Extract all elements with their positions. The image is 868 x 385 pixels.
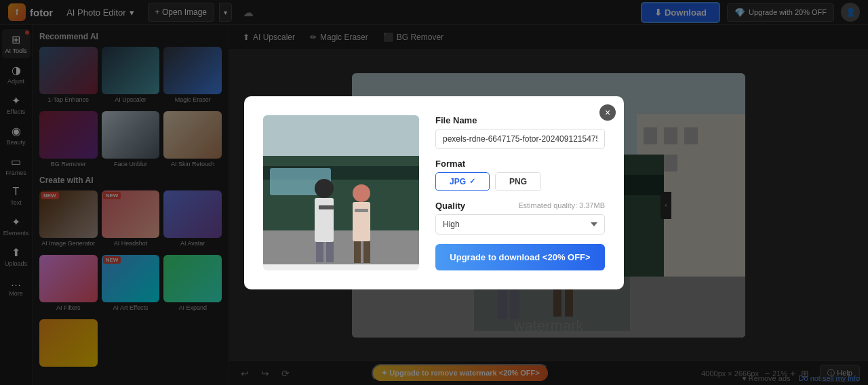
quality-group: Quality Estimated quality: 3.37MB High M… xyxy=(435,201,605,235)
estimated-quality-text: Estimated quality: 3.37MB xyxy=(518,201,605,209)
modal-close-button[interactable]: × xyxy=(599,104,616,121)
format-png-button[interactable]: PNG xyxy=(495,172,541,191)
format-label: Format xyxy=(435,159,605,169)
file-name-label: File Name xyxy=(435,115,605,125)
download-modal: × Fi xyxy=(244,96,624,289)
svg-point-33 xyxy=(353,184,370,202)
modal-preview xyxy=(263,115,419,270)
svg-rect-28 xyxy=(263,230,419,264)
svg-rect-30 xyxy=(315,198,334,242)
quality-label: Quality xyxy=(435,201,465,211)
format-jpg-button[interactable]: JPG ✓ xyxy=(435,172,490,191)
format-row: JPG ✓ PNG xyxy=(435,172,605,191)
file-name-group: File Name xyxy=(435,115,605,149)
modal-preview-image xyxy=(263,115,419,264)
format-png-label: PNG xyxy=(509,177,527,186)
close-icon: × xyxy=(605,107,610,118)
svg-rect-38 xyxy=(355,209,368,212)
format-jpg-label: JPG xyxy=(450,177,466,186)
modal-upgrade-label: Upgrade to download <20% OFF> xyxy=(450,252,590,262)
svg-rect-37 xyxy=(319,205,334,209)
modal-overlay[interactable]: × Fi xyxy=(0,0,868,385)
file-name-input[interactable] xyxy=(435,129,605,149)
svg-rect-34 xyxy=(353,202,370,241)
svg-rect-32 xyxy=(326,242,334,262)
modal-form: File Name Format JPG ✓ PNG Quality xyxy=(435,115,605,270)
modal-upgrade-download-button[interactable]: Upgrade to download <20% OFF> xyxy=(435,244,605,270)
svg-point-29 xyxy=(315,179,334,198)
format-group: Format JPG ✓ PNG xyxy=(435,159,605,191)
quality-select[interactable]: High Medium Low xyxy=(435,214,605,235)
svg-rect-31 xyxy=(316,242,323,262)
quality-row: Quality Estimated quality: 3.37MB xyxy=(435,201,605,211)
svg-rect-36 xyxy=(363,241,370,263)
svg-rect-35 xyxy=(354,241,361,263)
check-icon: ✓ xyxy=(469,177,475,186)
